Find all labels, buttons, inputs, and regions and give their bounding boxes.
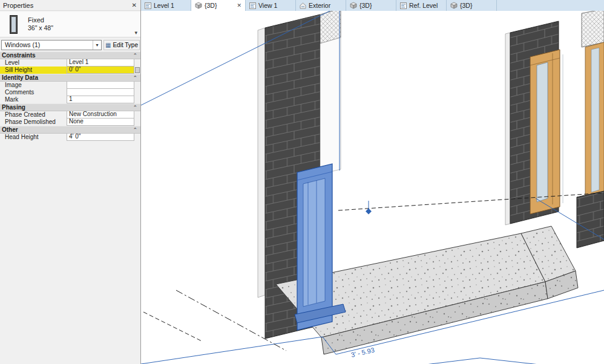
tab-ref-level[interactable]: Ref. Level [396, 0, 447, 11]
three-d-view-icon [195, 2, 202, 9]
property-row-phase-demolished: Phase Demolished None [0, 119, 140, 126]
properties-panel: Properties ✕ Fixed 36" x 48" ▾ Windows (… [0, 0, 141, 364]
property-label: Phase Demolished [0, 119, 67, 126]
elevation-icon [300, 2, 306, 9]
tab-level-1[interactable]: Level 1 [141, 0, 191, 11]
close-icon[interactable]: ✕ [132, 0, 137, 11]
window-selected[interactable] [295, 164, 346, 330]
wall-far-right[interactable] [577, 11, 604, 248]
section-header-phasing[interactable]: Phasing ⌃ [0, 103, 140, 111]
selection-filter-row: Windows (1) ▾ ▦ Edit Type [1, 40, 140, 50]
section-header-identity-data[interactable]: Identity Data ⌃ [0, 74, 140, 82]
properties-grid: Constraints ⌃ Level Level 1 Sill Height … [0, 51, 140, 141]
property-value-input[interactable]: 0' 0" [67, 66, 134, 74]
property-label: Image [0, 82, 67, 89]
collapse-icon[interactable]: ⌃ [133, 74, 137, 82]
properties-title: Properties [3, 2, 33, 9]
revit-window: Properties ✕ Fixed 36" x 48" ▾ Windows (… [0, 0, 604, 364]
floor-plan-icon [145, 2, 151, 9]
glass-pane [537, 62, 548, 202]
property-value-input[interactable]: 4' 0" [67, 133, 134, 141]
property-value-input[interactable]: None [67, 118, 134, 126]
chevron-down-icon[interactable]: ▾ [134, 30, 137, 36]
selection-filter-dropdown[interactable]: Windows (1) ▾ [1, 40, 102, 50]
collapse-icon[interactable]: ⌃ [133, 52, 137, 59]
tab-view-1[interactable]: View 1 [246, 0, 296, 11]
edit-type-label: Edit Type [113, 42, 138, 48]
section-marker[interactable] [366, 201, 372, 214]
three-d-view-icon [450, 2, 458, 9]
floor-plan-icon [249, 2, 256, 9]
property-label: Mark [0, 96, 67, 103]
three-d-view-icon [350, 2, 357, 9]
type-family: Fixed [28, 16, 53, 24]
property-row-head-height: Head Height 4' 0" [0, 134, 140, 141]
collapse-icon[interactable]: ⌃ [133, 104, 137, 111]
section-header-constraints[interactable]: Constraints ⌃ [0, 51, 140, 59]
type-description: Fixed 36" x 48" [28, 16, 53, 32]
chevron-down-icon[interactable]: ▾ [93, 41, 101, 50]
view-tab-bar: Level 1 {3D} ✕ View 1 Exterior {3D [141, 0, 604, 11]
masonry-patch [577, 191, 604, 248]
wall-left-edge [258, 28, 265, 297]
section-header-other[interactable]: Other ⌃ [0, 126, 140, 134]
wall-cut-hatch [582, 11, 604, 47]
property-value-input[interactable]: 1 [67, 96, 134, 103]
type-selector[interactable]: Fixed 36" x 48" ▾ [0, 11, 140, 37]
window-type-icon [10, 15, 18, 34]
three-d-viewport[interactable]: 3' - 5.93 [141, 11, 604, 364]
browse-button[interactable] [135, 67, 140, 73]
selection-filter-value: Windows (1) [5, 41, 40, 48]
close-icon[interactable]: ✕ [237, 2, 241, 8]
tab-3d-2[interactable]: {3D} [346, 0, 396, 11]
properties-header[interactable]: Properties ✕ [0, 0, 140, 11]
collapse-icon[interactable]: ⌃ [133, 126, 137, 134]
property-row-mark: Mark 1 [0, 96, 140, 103]
property-label: Sill Height [0, 67, 67, 74]
three-d-scene: 3' - 5.93 [141, 11, 604, 364]
tab-3d-active[interactable]: {3D} ✕ [191, 0, 246, 11]
tab-3d-3[interactable]: {3D} [447, 0, 497, 11]
property-label: Level [0, 59, 67, 67]
selected-window-inner [303, 178, 325, 307]
tab-exterior[interactable]: Exterior [296, 0, 346, 11]
window-exterior[interactable] [530, 50, 563, 214]
glass-pane [591, 48, 599, 192]
wall-left-inner-face [320, 37, 341, 174]
edit-type-button[interactable]: ▦ Edit Type [103, 40, 140, 50]
edit-type-icon: ▦ [105, 42, 111, 48]
property-label: Head Height [0, 134, 67, 141]
property-label: Comments [0, 89, 67, 96]
floor-plan-icon [400, 2, 407, 9]
wall-right-edge [505, 33, 510, 225]
type-size: 36" x 48" [28, 24, 53, 32]
property-row-sill-height: Sill Height 0' 0" [0, 67, 140, 74]
property-label: Phase Created [0, 111, 67, 119]
